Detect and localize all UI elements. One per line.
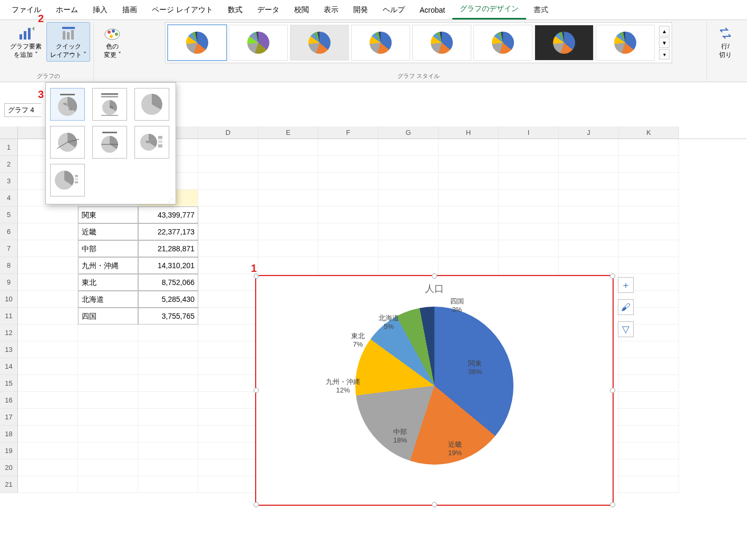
cell-D4[interactable] — [198, 190, 258, 207]
row-header-14[interactable]: 14 — [0, 358, 18, 375]
add-chart-element-button[interactable]: + グラフ要素を追加 ˅ — [6, 22, 45, 62]
row-header-13[interactable]: 13 — [0, 341, 18, 358]
cell-K2[interactable] — [619, 156, 679, 173]
cell-F4[interactable] — [318, 190, 379, 207]
cell-A21[interactable] — [18, 476, 78, 493]
cell-F2[interactable] — [318, 156, 379, 173]
cell-E4[interactable] — [258, 190, 318, 207]
cell-D13[interactable] — [198, 341, 258, 358]
cell-K4[interactable] — [619, 190, 679, 207]
cell-A8[interactable] — [18, 257, 78, 274]
chart-filters-button[interactable]: ▽ — [618, 321, 634, 337]
ribbon-tab-13[interactable]: 書式 — [526, 1, 556, 19]
row-header-16[interactable]: 16 — [0, 392, 18, 409]
cell-B21[interactable] — [78, 476, 138, 493]
cell-B14[interactable] — [78, 358, 138, 375]
gallery-more-button[interactable]: ▾ — [659, 49, 670, 60]
cell-A9[interactable] — [18, 274, 78, 291]
cell-G1[interactable] — [379, 139, 439, 156]
cell-C10[interactable]: 5,285,430 — [138, 291, 198, 308]
chart-object[interactable]: 人口 関東36%近畿19%中部18%九州・沖縄12%東北7%北海道5%四国3% — [255, 275, 614, 506]
row-header-12[interactable]: 12 — [0, 325, 18, 341]
cell-B15[interactable] — [78, 375, 138, 392]
ribbon-tab-11[interactable]: Acrobat — [412, 2, 452, 18]
cell-F7[interactable] — [318, 240, 379, 257]
cell-B19[interactable] — [78, 443, 138, 459]
cell-B16[interactable] — [78, 392, 138, 409]
cell-D18[interactable] — [198, 426, 258, 443]
cell-G3[interactable] — [379, 173, 439, 190]
chart-styles-button[interactable]: 🖌 — [618, 299, 634, 315]
ribbon-tab-5[interactable]: 数式 — [220, 1, 250, 19]
cell-F1[interactable] — [318, 139, 379, 156]
cell-K20[interactable] — [619, 459, 679, 476]
name-box[interactable]: グラフ 4 — [4, 103, 41, 117]
cell-D19[interactable] — [198, 443, 258, 459]
cell-D9[interactable] — [198, 274, 258, 291]
cell-I7[interactable] — [499, 240, 559, 257]
cell-D14[interactable] — [198, 358, 258, 375]
column-header-K[interactable]: K — [619, 126, 679, 139]
cell-A6[interactable] — [18, 223, 78, 240]
column-header-H[interactable]: H — [439, 126, 499, 139]
cell-B12[interactable] — [78, 325, 138, 341]
cell-K19[interactable] — [619, 443, 679, 459]
cell-B8[interactable]: 九州・沖縄 — [78, 257, 138, 274]
cell-H1[interactable] — [439, 139, 499, 156]
cell-H3[interactable] — [439, 173, 499, 190]
cell-H8[interactable] — [439, 257, 499, 274]
cell-C8[interactable]: 14,310,201 — [138, 257, 198, 274]
gallery-up-button[interactable]: ▲ — [659, 26, 670, 36]
column-header-F[interactable]: F — [318, 126, 379, 139]
ribbon-tab-7[interactable]: 校閲 — [287, 1, 316, 19]
change-colors-button[interactable]: 色の変更 ˅ — [97, 22, 128, 62]
cell-B5[interactable]: 関東 — [78, 207, 138, 223]
cell-I2[interactable] — [499, 156, 559, 173]
cell-I6[interactable] — [499, 223, 559, 240]
cell-B6[interactable]: 近畿 — [78, 223, 138, 240]
layout-option-1[interactable]: %% — [50, 88, 85, 121]
cell-K3[interactable] — [619, 173, 679, 190]
cell-B9[interactable]: 東北 — [78, 274, 138, 291]
cell-K5[interactable] — [619, 207, 679, 223]
cell-C9[interactable]: 8,752,066 — [138, 274, 198, 291]
chart-style-2[interactable] — [229, 25, 288, 61]
cell-B11[interactable]: 四国 — [78, 308, 138, 325]
layout-option-6[interactable]: % — [134, 126, 169, 159]
cell-A10[interactable] — [18, 291, 78, 308]
cell-K13[interactable] — [619, 341, 679, 358]
ribbon-tab-6[interactable]: データ — [250, 1, 287, 19]
cell-D6[interactable] — [198, 223, 258, 240]
cell-G8[interactable] — [379, 257, 439, 274]
cell-E8[interactable] — [258, 257, 318, 274]
cell-J6[interactable] — [559, 223, 619, 240]
cell-J2[interactable] — [559, 156, 619, 173]
cell-B7[interactable]: 中部 — [78, 240, 138, 257]
cell-D21[interactable] — [198, 476, 258, 493]
row-header-9[interactable]: 9 — [0, 274, 18, 291]
cell-C18[interactable] — [138, 426, 198, 443]
cell-J4[interactable] — [559, 190, 619, 207]
row-header-19[interactable]: 19 — [0, 443, 18, 459]
layout-option-2[interactable]: % — [92, 88, 127, 121]
cell-K1[interactable] — [619, 139, 679, 156]
row-header-3[interactable]: 3 — [0, 173, 18, 190]
cell-G4[interactable] — [379, 190, 439, 207]
cell-H7[interactable] — [439, 240, 499, 257]
cell-D7[interactable] — [198, 240, 258, 257]
cell-D8[interactable] — [198, 257, 258, 274]
cell-J3[interactable] — [559, 173, 619, 190]
cell-A5[interactable] — [18, 207, 78, 223]
cell-F5[interactable] — [318, 207, 379, 223]
cell-C15[interactable] — [138, 375, 198, 392]
cell-A11[interactable] — [18, 308, 78, 325]
cell-F3[interactable] — [318, 173, 379, 190]
cell-D12[interactable] — [198, 325, 258, 341]
row-header-15[interactable]: 15 — [0, 375, 18, 392]
cell-G2[interactable] — [379, 156, 439, 173]
cell-B20[interactable] — [78, 459, 138, 476]
ribbon-tab-9[interactable]: 開発 — [346, 1, 375, 19]
row-header-6[interactable]: 6 — [0, 223, 18, 240]
cell-I5[interactable] — [499, 207, 559, 223]
cell-K8[interactable] — [619, 257, 679, 274]
